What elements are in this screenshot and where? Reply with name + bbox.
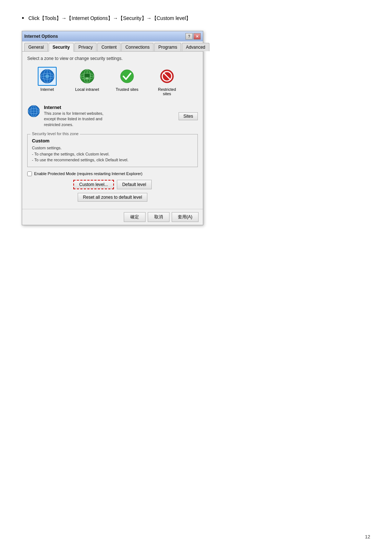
trusted-sites-zone-label: Trusted sites bbox=[116, 87, 139, 92]
custom-level-button[interactable]: Custom level... bbox=[73, 180, 114, 189]
zone-section-label: Select a zone to view or change security… bbox=[27, 56, 198, 61]
page-number: 12 bbox=[365, 534, 370, 539]
dialog-content: Select a zone to view or change security… bbox=[22, 52, 203, 209]
help-button[interactable]: ? bbox=[185, 33, 193, 40]
zone-trusted-sites[interactable]: Trusted sites bbox=[107, 67, 147, 92]
zones-area: Internet Loca bbox=[27, 65, 198, 98]
reset-row: Reset all zones to default level bbox=[27, 193, 198, 202]
dialog-title: Internet Options bbox=[24, 34, 58, 39]
custom-title: Custom bbox=[32, 138, 193, 143]
tab-general[interactable]: General bbox=[24, 43, 48, 51]
svg-rect-13 bbox=[85, 78, 89, 79]
title-bar: Internet Options ? ✕ bbox=[22, 31, 203, 41]
info-text-block: Internet This zone is for Internet websi… bbox=[44, 105, 175, 128]
close-button[interactable]: ✕ bbox=[193, 33, 201, 40]
dialog-footer: 確定 取消 套用(A) bbox=[22, 209, 203, 225]
svg-rect-11 bbox=[84, 73, 90, 77]
internet-icon bbox=[40, 69, 55, 84]
trusted-sites-icon bbox=[119, 69, 135, 84]
sites-button[interactable]: Sites bbox=[179, 112, 198, 120]
custom-description: Custom settings. - To change the setting… bbox=[32, 145, 193, 163]
local-intranet-zone-label: Local intranet bbox=[75, 87, 99, 92]
trusted-sites-icon-wrapper bbox=[118, 67, 136, 86]
local-intranet-icon bbox=[79, 69, 95, 84]
restricted-sites-icon bbox=[159, 69, 175, 84]
protected-mode-row: Enable Protected Mode (requires restarti… bbox=[27, 171, 198, 176]
restricted-sites-icon-wrapper bbox=[158, 67, 176, 86]
default-level-button[interactable]: Default level bbox=[117, 180, 152, 189]
info-box: Internet This zone is for Internet websi… bbox=[27, 102, 198, 130]
internet-zone-label: Internet bbox=[40, 87, 54, 92]
level-buttons-row: Custom level... Default level bbox=[27, 180, 198, 189]
tab-bar: General Security Privacy Content Connect… bbox=[22, 41, 203, 52]
cancel-button[interactable]: 取消 bbox=[148, 212, 170, 222]
title-bar-buttons: ? ✕ bbox=[185, 33, 201, 40]
protected-mode-label: Enable Protected Mode (requires restarti… bbox=[34, 171, 142, 176]
zone-internet[interactable]: Internet bbox=[27, 67, 67, 92]
svg-point-5 bbox=[45, 74, 49, 78]
tab-security[interactable]: Security bbox=[49, 43, 74, 52]
apply-button[interactable]: 套用(A) bbox=[172, 212, 199, 222]
instruction-text: Click【Tools】→【Internet Options】→【Securit… bbox=[28, 15, 191, 22]
svg-point-14 bbox=[121, 70, 134, 83]
ok-button[interactable]: 確定 bbox=[124, 212, 146, 222]
tab-connections[interactable]: Connections bbox=[121, 43, 154, 51]
restricted-sites-zone-label: Restrictedsites bbox=[158, 87, 176, 96]
info-title: Internet bbox=[44, 105, 175, 110]
svg-rect-12 bbox=[86, 78, 88, 78]
bullet: • bbox=[22, 15, 24, 22]
info-zone-icon bbox=[27, 105, 40, 118]
info-description: This zone is for Internet websites, exce… bbox=[44, 111, 175, 128]
security-level-group: Security level for this zone Custom Cust… bbox=[27, 134, 198, 167]
zone-restricted-sites[interactable]: Restrictedsites bbox=[147, 67, 187, 96]
tab-privacy[interactable]: Privacy bbox=[74, 43, 97, 51]
internet-icon-wrapper bbox=[38, 67, 57, 86]
tab-content[interactable]: Content bbox=[97, 43, 121, 51]
instruction-line: • Click【Tools】→【Internet Options】→【Secur… bbox=[22, 15, 191, 22]
internet-options-dialog: Internet Options ? ✕ General Security Pr… bbox=[22, 31, 203, 225]
tab-advanced[interactable]: Advanced bbox=[182, 43, 209, 51]
zone-local-intranet[interactable]: Local intranet bbox=[67, 67, 107, 92]
protected-mode-checkbox[interactable] bbox=[27, 171, 32, 176]
info-internet-icon bbox=[27, 105, 40, 118]
local-intranet-icon-wrapper bbox=[78, 67, 97, 86]
reset-all-zones-button[interactable]: Reset all zones to default level bbox=[78, 193, 148, 202]
tab-programs[interactable]: Programs bbox=[154, 43, 181, 51]
security-group-legend: Security level for this zone bbox=[30, 132, 80, 136]
